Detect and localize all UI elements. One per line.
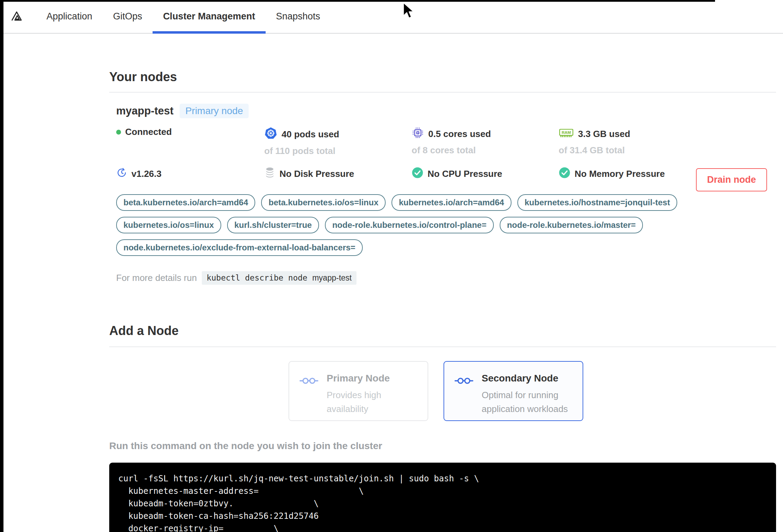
tab-gitops[interactable]: GitOps bbox=[103, 0, 153, 33]
cores-total-label: of 8 cores total bbox=[412, 145, 559, 156]
secondary-node-option-desc: Optimal for running application workload… bbox=[482, 388, 574, 416]
details-prefix: For more details run bbox=[116, 273, 197, 283]
version-icon bbox=[116, 167, 127, 181]
node-label-pill: kubernetes.io/os=linux bbox=[116, 217, 221, 233]
top-nav: Application GitOps Cluster Management Sn… bbox=[0, 0, 783, 34]
join-command-text: curl -fsSL https://kurl.sh/jq-new-test-u… bbox=[118, 472, 767, 532]
node-version: v1.26.3 bbox=[116, 167, 264, 181]
describe-command-text: kubectl describe node bbox=[207, 273, 308, 283]
window-edge-left bbox=[0, 0, 3, 532]
join-command-instruction: Run this command on the node you wish to… bbox=[109, 440, 776, 452]
replicated-logo-icon[interactable] bbox=[10, 10, 23, 22]
pods-total-label: of 110 pods total bbox=[264, 146, 412, 156]
node-label-pill: node-role.kubernetes.io/control-plane= bbox=[325, 217, 494, 233]
node-details-hint: For more details run kubectl describe no… bbox=[116, 271, 776, 285]
memory-pressure-label: No Memory Pressure bbox=[575, 169, 665, 179]
node-name: myapp-test bbox=[116, 105, 173, 117]
kubernetes-icon bbox=[264, 127, 277, 142]
secondary-node-option[interactable]: Secondary Node Optimal for running appli… bbox=[444, 361, 583, 421]
node-label-pill: beta.kubernetes.io/arch=amd64 bbox=[116, 194, 255, 211]
tab-snapshots[interactable]: Snapshots bbox=[266, 0, 331, 33]
pods-used-label: 40 pods used bbox=[282, 129, 339, 140]
drain-node-button[interactable]: Drain node bbox=[696, 168, 767, 191]
svg-text:RAM: RAM bbox=[562, 130, 571, 135]
node-link-icon bbox=[455, 376, 475, 387]
window-edge-top bbox=[0, 0, 715, 2]
disk-icon bbox=[264, 167, 275, 181]
nav-tabs: Application GitOps Cluster Management Sn… bbox=[36, 0, 330, 33]
node-label-pill: kubernetes.io/hostname=jonquil-test bbox=[517, 194, 677, 211]
node-labels: beta.kubernetes.io/arch=amd64 beta.kuber… bbox=[116, 194, 685, 256]
node-label-pill: node.kubernetes.io/exclude-from-external… bbox=[116, 239, 363, 256]
node-card: myapp-test Primary node Connected bbox=[109, 104, 776, 285]
check-icon bbox=[559, 167, 570, 181]
your-nodes-title: Your nodes bbox=[109, 70, 776, 84]
primary-node-option-title: Primary Node bbox=[327, 374, 419, 383]
node-status-label: Connected bbox=[125, 127, 172, 137]
pods-stat: 40 pods used of 110 pods total bbox=[264, 127, 412, 156]
memory-stat: RAM 3.3 GB used bbox=[559, 127, 776, 156]
cpu-pressure-condition: No CPU Pressure bbox=[412, 167, 559, 181]
cores-used-label: 0.5 cores used bbox=[428, 129, 491, 139]
node-stats-grid: Connected bbox=[116, 127, 776, 181]
memory-total-label: of 31.4 GB total bbox=[559, 145, 776, 156]
ram-icon: RAM bbox=[559, 127, 574, 141]
node-label-pill: beta.kubernetes.io/os=linux bbox=[261, 194, 386, 211]
secondary-node-option-title: Secondary Node bbox=[482, 374, 574, 383]
node-type-options: Primary Node Provides high availability … bbox=[289, 361, 776, 421]
node-label-pill: kurl.sh/cluster=true bbox=[227, 217, 319, 233]
node-link-icon bbox=[300, 376, 320, 387]
describe-node-command: kubectl describe node myapp-test bbox=[202, 271, 357, 285]
node-status: Connected bbox=[116, 127, 264, 156]
cpu-pressure-label: No CPU Pressure bbox=[428, 169, 502, 179]
disk-pressure-label: No Disk Pressure bbox=[279, 169, 354, 179]
primary-node-option-desc: Provides high availability bbox=[327, 388, 419, 416]
version-label: v1.26.3 bbox=[131, 169, 162, 179]
node-label-pill: node-role.kubernetes.io/master= bbox=[500, 217, 643, 233]
add-node-title: Add a Node bbox=[109, 324, 776, 338]
section-divider bbox=[109, 346, 776, 347]
primary-node-badge: Primary node bbox=[180, 104, 249, 118]
connected-dot-icon bbox=[116, 130, 121, 135]
main-content: Your nodes myapp-test Primary node Conne… bbox=[0, 70, 783, 532]
node-label-pill: kubernetes.io/arch=amd64 bbox=[392, 194, 511, 211]
describe-command-node: myapp-test bbox=[312, 273, 352, 283]
section-divider bbox=[109, 92, 776, 93]
tab-cluster-management[interactable]: Cluster Management bbox=[153, 0, 266, 33]
join-command-block: curl -fsSL https://kurl.sh/jq-new-test-u… bbox=[109, 463, 776, 532]
tab-application[interactable]: Application bbox=[36, 0, 103, 33]
primary-node-option[interactable]: Primary Node Provides high availability bbox=[289, 361, 428, 421]
check-icon bbox=[412, 167, 423, 181]
cpu-icon bbox=[412, 127, 424, 141]
cores-stat: 0.5 cores used of 8 cores total bbox=[412, 127, 559, 156]
disk-pressure-condition: No Disk Pressure bbox=[264, 167, 412, 181]
memory-used-label: 3.3 GB used bbox=[578, 129, 630, 139]
